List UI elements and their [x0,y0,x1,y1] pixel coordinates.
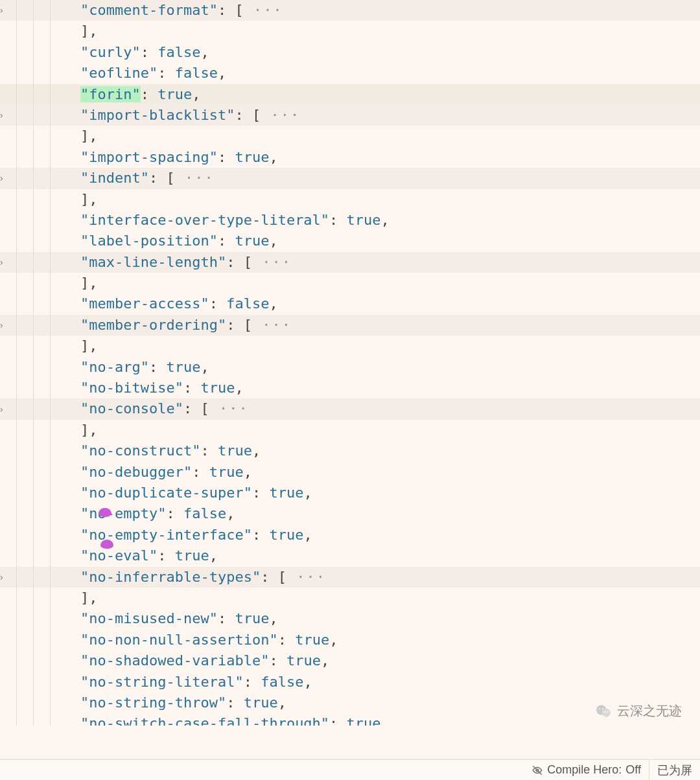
json-value: true [295,632,329,648]
code-line[interactable]: "no-shadowed-variable": true, [0,650,700,671]
code-line[interactable]: ›"no-console": [ ··· [0,398,700,419]
json-value: false [158,44,200,60]
json-key: "eofline" [80,65,158,81]
punct: , [278,694,286,711]
punct: , [235,380,243,396]
json-value: true [244,694,278,711]
code-line[interactable]: "no-arg": true, [0,357,700,378]
code-content: "no-string-literal": false, [9,674,312,690]
code-content: "member-access": false, [9,295,278,312]
json-value: true [269,527,303,543]
punct: , [269,233,277,249]
code-line[interactable]: "no-eval": true, [0,545,700,566]
punct: ], [80,191,98,207]
code-line[interactable]: ], [0,189,700,210]
code-content: "interface-over-type-literal": true, [9,212,390,228]
code-line[interactable]: ›"comment-format": [ ··· [0,0,700,21]
code-line[interactable]: ›"import-blacklist": [ ··· [0,105,700,126]
punct: . [381,715,390,726]
code-line[interactable]: "import-spacing": true, [0,147,700,168]
punct: , [200,44,209,60]
code-content: "no-arg": true, [9,359,209,375]
code-line[interactable]: ], [0,588,700,608]
json-key: "no-string-throw" [80,694,226,711]
code-line[interactable]: "no-string-literal": false, [0,672,700,693]
fold-chevron-icon[interactable]: › [0,315,4,336]
punct: : [278,632,296,648]
json-key: "interface-over-type-literal" [80,212,329,228]
annotation-blob [99,508,111,517]
code-content: ], [9,422,98,438]
punct: : [218,610,235,626]
folded-ellipsis[interactable]: ··· [175,170,215,186]
code-line[interactable]: ›"max-line-length": [ ··· [0,252,700,273]
code-line[interactable]: "no-debugger": true, [0,462,700,483]
fold-chevron-icon[interactable]: › [0,567,4,588]
folded-ellipsis[interactable]: ··· [209,400,249,417]
code-line[interactable]: "no-non-null-assertion": true, [0,630,700,650]
compile-hero-toggle[interactable]: Compile Hero: Off [524,760,649,780]
punct: , [218,65,226,81]
code-line[interactable]: ], [0,21,700,41]
code-line[interactable]: ›"member-ordering": [ ··· [0,315,700,336]
fold-chevron-icon[interactable]: › [0,398,4,419]
punct: , [269,295,277,312]
punct: : [ [226,254,252,270]
json-key: "max-line-length" [80,254,226,270]
code-content: ], [9,128,98,144]
code-line[interactable]: "member-access": false, [0,293,700,314]
code-line[interactable]: ›"no-inferrable-types": [ ··· [0,567,700,588]
punct: : [252,485,270,501]
folded-ellipsis[interactable]: ··· [261,107,300,123]
code-line[interactable]: ], [0,336,700,356]
fold-chevron-icon[interactable]: › [0,105,4,126]
screen-status-label: 已为屏 [657,763,692,778]
code-line[interactable]: "curly": false, [0,42,700,63]
json-key: "no-shadowed-variable" [80,652,269,669]
punct: : [166,505,183,522]
fold-chevron-icon[interactable]: › [0,0,4,21]
punct: : [141,44,158,60]
code-line[interactable]: "no-bitwise": true, [0,378,700,398]
code-line[interactable]: "no-misused-new": true, [0,608,700,629]
folded-ellipsis[interactable]: ··· [244,2,283,18]
punct: : [ [261,569,286,585]
fold-chevron-icon[interactable]: › [0,168,4,189]
code-editor[interactable]: ›"comment-format": [ ···],"curly": false… [0,0,700,726]
punct: : [252,527,270,543]
code-content: "no-shadowed-variable": true, [9,652,329,669]
json-key: "member-ordering" [80,317,226,333]
folded-ellipsis[interactable]: ··· [252,254,292,270]
code-line[interactable]: "eofline": false, [0,63,700,84]
code-content: "no-construct": true, [9,442,261,459]
folded-ellipsis[interactable]: ··· [286,569,326,585]
code-line[interactable]: ], [0,126,700,146]
svg-point-2 [599,708,600,709]
folded-ellipsis[interactable]: ··· [252,317,292,333]
punct: , [209,547,218,564]
punct: : [141,86,158,102]
code-line[interactable]: "forin": true, [0,84,700,105]
fold-chevron-icon[interactable]: › [0,252,4,273]
punct: ], [80,275,98,291]
punct: , [244,464,252,480]
code-line[interactable]: ], [0,273,700,293]
annotation-blob [100,540,113,549]
code-content: "forin": true, [9,86,200,102]
json-key: "no-arg" [80,359,149,375]
json-key: "curly" [80,44,141,60]
code-content: "curly": false, [9,44,209,60]
punct: : [ [183,400,209,417]
code-line[interactable]: ›"indent": [ ··· [0,168,700,189]
code-content: "no-empty": false, [9,505,235,522]
code-line[interactable]: "no-duplicate-super": true, [0,483,700,503]
code-content: ], [9,338,98,354]
code-line[interactable]: ], [0,420,700,441]
punct: , [269,149,277,165]
code-line[interactable]: "label-position": true, [0,231,700,251]
code-line[interactable]: "no-construct": true, [0,441,700,461]
json-key: "no-empty" [80,505,166,522]
punct: ], [80,422,98,438]
screen-status[interactable]: 已为屏 [649,760,700,780]
code-line[interactable]: "interface-over-type-literal": true, [0,210,700,231]
